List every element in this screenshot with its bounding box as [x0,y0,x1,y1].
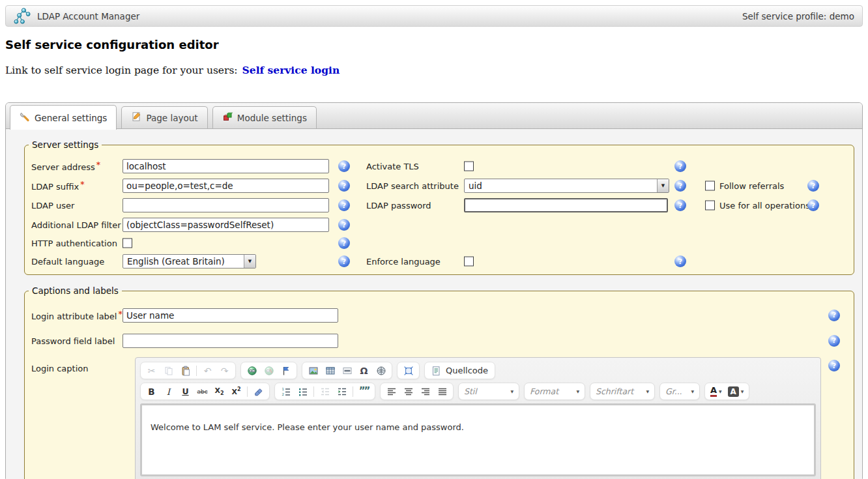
text-color-icon: A [710,386,717,397]
ldap-password-label: LDAP password [366,201,431,210]
tab-general-settings[interactable]: General settings [10,105,117,130]
help-icon[interactable]: ? [338,160,350,172]
form-row-server-address: Server address* ? Activate TLS ? [31,156,854,176]
modules-icon [222,111,233,124]
maximize-icon[interactable] [400,363,416,378]
align-center-icon[interactable] [400,384,416,399]
login-attribute-label-label: Login attribute label* [31,310,123,321]
subscript-icon[interactable]: X2 [211,384,227,399]
ldap-search-attribute-select[interactable]: uid ▼ [464,179,669,193]
lam-logo [14,7,31,25]
italic-icon[interactable]: I [160,384,177,399]
blockquote-icon[interactable]: ”” [356,384,372,399]
help-icon[interactable]: ? [828,310,840,321]
tab-page-layout[interactable]: Page layout [121,106,207,128]
page-title: Self service configuration editor [5,38,219,51]
background-color-button[interactable]: A ▼ [725,384,747,399]
bullet-list-icon[interactable] [295,384,311,399]
form-row-additional-ldap-filter: Additional LDAP filter ? [31,215,854,235]
default-language-select[interactable]: English (Great Britain) ▼ [123,254,256,269]
help-icon[interactable]: ? [674,255,686,267]
font-dropdown[interactable]: Schriftart▼ [590,383,655,400]
format-dropdown[interactable]: Format▼ [524,383,585,400]
help-icon[interactable]: ? [338,237,350,249]
style-dropdown[interactable]: Stil▼ [458,383,519,400]
cut-icon[interactable]: ✂ [143,363,160,378]
use-for-all-operations-checkbox[interactable] [705,201,715,210]
help-icon[interactable]: ? [828,360,840,371]
source-button[interactable]: Quellcode [424,362,495,379]
follow-referrals-option: Follow referrals [705,181,784,191]
help-icon[interactable]: ? [674,160,686,172]
link-icon[interactable] [244,363,260,378]
help-icon[interactable]: ? [674,199,686,211]
table-icon[interactable] [322,363,338,378]
chevron-down-icon: ▼ [691,389,694,394]
help-icon[interactable]: ? [828,335,840,347]
superscript-icon[interactable]: X2 [228,384,244,399]
help-icon[interactable]: ? [338,219,350,231]
chevron-down-icon: ▼ [510,389,514,394]
help-icon[interactable]: ? [338,199,350,211]
default-language-label: Default language [31,257,104,267]
image-icon[interactable] [305,363,321,378]
anchor-flag-icon[interactable] [278,363,294,378]
tab-module-settings[interactable]: Module settings [212,106,317,128]
text-color-button[interactable]: A ▼ [708,384,725,399]
help-icon[interactable]: ? [807,199,819,211]
underline-icon[interactable]: U [177,384,194,399]
editor-content-area[interactable]: Welcome to LAM self service. Please ente… [140,403,816,476]
enforce-language-checkbox[interactable] [464,257,474,267]
strikethrough-icon[interactable]: abc [194,384,210,399]
ldap-user-input[interactable] [123,198,329,212]
tab-label: Page layout [146,113,197,123]
follow-referrals-checkbox[interactable] [705,181,715,191]
required-icon: * [96,160,100,169]
form-row-ldap-suffix: LDAP suffix* ? LDAP search attribute uid… [31,176,854,196]
tab-label: Module settings [237,113,307,123]
svg-text:2: 2 [282,392,284,396]
source-doc-icon [427,363,444,378]
help-icon[interactable]: ? [338,180,350,192]
login-attribute-label-input[interactable] [123,308,338,323]
align-right-icon[interactable] [417,384,433,399]
align-left-icon[interactable] [383,384,399,399]
self-service-login-link[interactable]: Self service login [242,64,340,76]
remove-format-icon[interactable] [250,384,267,399]
ldap-suffix-input[interactable] [123,179,329,193]
ldap-user-label: LDAP user [31,201,74,210]
numbered-list-icon[interactable]: 12 [278,384,294,399]
ldap-search-attribute-label: LDAP search attribute [366,181,459,191]
indent-icon[interactable] [334,384,350,399]
outdent-icon[interactable] [317,384,333,399]
iframe-globe-icon[interactable] [373,363,389,378]
required-icon: * [118,310,122,319]
profile-indicator: Self service profile: demo [742,11,854,22]
size-dropdown[interactable]: Gr...▼ [659,383,700,400]
align-justify-icon[interactable] [434,384,450,399]
chevron-down-icon: ▼ [719,389,722,394]
paste-icon[interactable] [177,363,194,378]
http-authentication-checkbox[interactable] [123,239,132,248]
bold-icon[interactable]: B [143,384,160,399]
unlink-icon[interactable] [261,363,277,378]
select-arrow-icon: ▼ [244,255,255,268]
login-link-intro: Link to self service login page for your… [5,65,238,76]
undo-icon[interactable]: ↶ [199,363,216,378]
activate-tls-checkbox[interactable] [464,162,474,171]
help-icon[interactable]: ? [338,255,350,267]
horizontal-rule-icon[interactable] [339,363,355,378]
ldap-suffix-label: LDAP suffix* [31,180,84,192]
help-icon[interactable]: ? [807,180,819,192]
additional-ldap-filter-input[interactable] [123,218,329,232]
editor-content-text: Welcome to LAM self service. Please ente… [151,422,464,432]
help-icon[interactable]: ? [674,180,686,192]
password-field-label-input[interactable] [123,334,338,348]
ldap-password-input[interactable] [464,198,668,212]
server-address-label: Server address* [31,160,100,172]
special-char-icon[interactable]: Ω [356,363,372,378]
redo-icon[interactable]: ↷ [216,363,233,378]
use-for-all-operations-option: Use for all operations [705,201,810,210]
copy-icon[interactable] [160,363,177,378]
server-address-input[interactable] [123,159,329,173]
